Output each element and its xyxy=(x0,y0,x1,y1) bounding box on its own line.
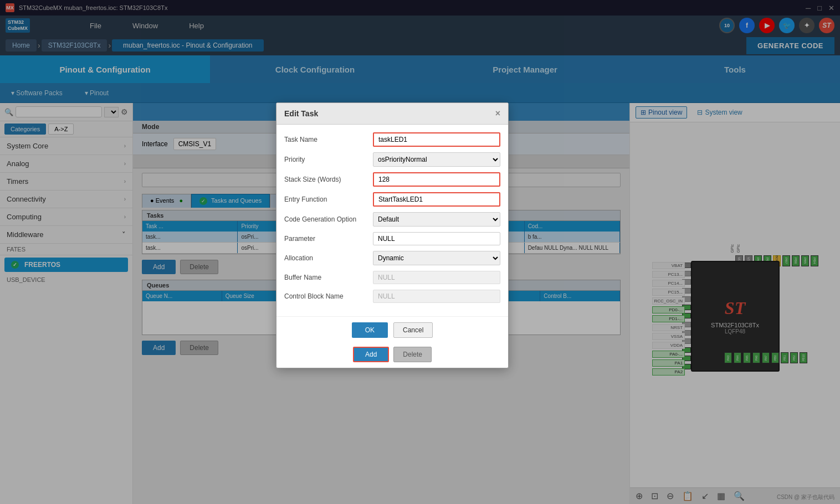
modal-add-delete-btns: Add Delete xyxy=(276,343,508,368)
label-control-block: Control Block Name xyxy=(284,292,373,300)
modal-ok-button[interactable]: OK xyxy=(352,322,388,338)
input-buffer-name[interactable] xyxy=(373,271,500,284)
watermark: CSDN @ 家子也敲代码 xyxy=(777,493,834,501)
modal-row-entry: Entry Function xyxy=(284,192,500,207)
modal-overlay: Edit Task × Task Name Priority osPriorit… xyxy=(0,0,840,504)
modal-row-priority: Priority osPriorityNormal xyxy=(284,152,500,167)
modal-row-parameter: Parameter xyxy=(284,232,500,245)
label-task-name: Task Name xyxy=(284,136,373,143)
modal-row-taskname: Task Name xyxy=(284,132,500,147)
label-codegen: Code Generation Option xyxy=(284,215,373,223)
modal-title-text: Edit Task xyxy=(284,109,318,118)
modal-row-stacksize: Stack Size (Words) xyxy=(284,172,500,187)
modal-add-button[interactable]: Add xyxy=(353,347,389,362)
label-buffer-name: Buffer Name xyxy=(284,274,373,281)
select-priority[interactable]: osPriorityNormal xyxy=(373,152,500,167)
modal-row-allocation: Allocation Dynamic xyxy=(284,251,500,265)
select-allocation[interactable]: Dynamic xyxy=(373,251,500,265)
select-codegen[interactable]: Default xyxy=(373,212,500,227)
modal-cancel-button[interactable]: Cancel xyxy=(393,322,433,338)
label-allocation: Allocation xyxy=(284,254,373,262)
label-priority: Priority xyxy=(284,156,373,163)
modal-title-bar: Edit Task × xyxy=(276,103,508,125)
input-parameter[interactable] xyxy=(373,232,500,245)
input-entry-function[interactable] xyxy=(373,192,500,207)
input-control-block[interactable] xyxy=(373,290,500,303)
modal-footer: OK Cancel xyxy=(276,316,508,343)
modal-close-button[interactable]: × xyxy=(495,109,500,119)
input-stack-size[interactable] xyxy=(373,172,500,187)
modal-row-buffer: Buffer Name xyxy=(284,271,500,284)
label-entry-function: Entry Function xyxy=(284,196,373,203)
modal-body: Task Name Priority osPriorityNormal Stac… xyxy=(276,125,508,316)
modal-delete-button[interactable]: Delete xyxy=(393,347,432,362)
edit-task-modal: Edit Task × Task Name Priority osPriorit… xyxy=(276,102,509,368)
modal-row-control-block: Control Block Name xyxy=(284,290,500,303)
label-parameter: Parameter xyxy=(284,235,373,243)
label-stack-size: Stack Size (Words) xyxy=(284,176,373,183)
input-task-name[interactable] xyxy=(373,132,500,147)
modal-row-codegen: Code Generation Option Default xyxy=(284,212,500,227)
